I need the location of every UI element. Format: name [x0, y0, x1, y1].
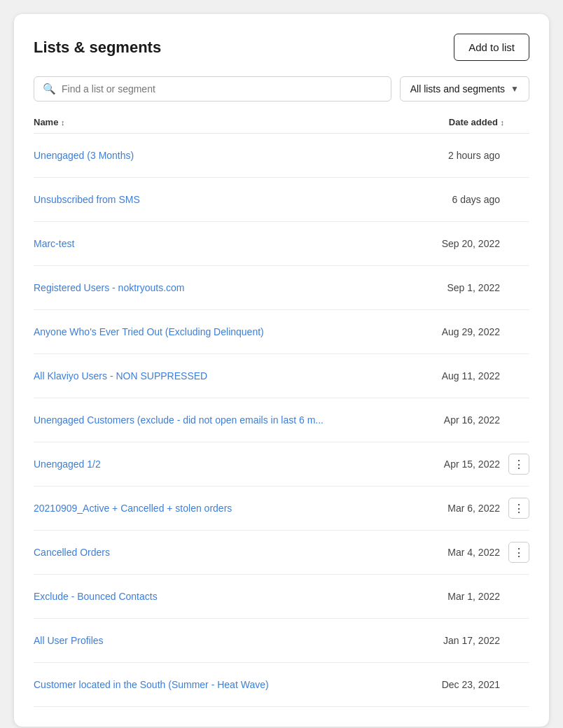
page-header: Lists & segments Add to list — [34, 34, 529, 61]
row-date: 2 hours ago — [448, 150, 500, 161]
table-body: Unengaged (3 Months)2 hours agoUnsubscri… — [34, 134, 529, 707]
row-right: Aug 11, 2022 — [403, 365, 529, 386]
table-row: All Klaviyo Users - NON SUPPRESSEDAug 11… — [34, 354, 529, 398]
table-header: Name ↕ Date added ↕ — [34, 114, 529, 134]
filter-dropdown[interactable]: All lists and segments ▼ — [400, 76, 529, 102]
row-date: Aug 11, 2022 — [442, 370, 500, 382]
name-sort-icon: ↕ — [61, 118, 65, 127]
table-row: Registered Users - noktryouts.comSep 1, … — [34, 266, 529, 310]
table-row: All User ProfilesJan 17, 2022 — [34, 619, 529, 663]
row-date: Sep 1, 2022 — [447, 282, 500, 293]
more-placeholder — [508, 365, 529, 386]
row-right: Jan 17, 2022 — [403, 630, 529, 651]
more-placeholder — [508, 586, 529, 607]
row-name-link[interactable]: Registered Users - noktryouts.com — [34, 282, 185, 293]
filter-label: All lists and segments — [410, 83, 505, 94]
col-date-header: Date added ↕ — [449, 117, 504, 127]
date-sort-icon: ↕ — [501, 118, 505, 127]
row-right: Sep 1, 2022 — [403, 277, 529, 298]
more-placeholder — [508, 277, 529, 298]
more-placeholder — [508, 630, 529, 651]
row-name-link[interactable]: Unengaged Customers (exclude - did not o… — [34, 414, 324, 426]
lists-segments-card: Lists & segments Add to list 🔍 All lists… — [14, 14, 549, 727]
row-right: Sep 20, 2022 — [403, 233, 529, 254]
search-input[interactable] — [62, 83, 382, 94]
row-date: Mar 6, 2022 — [447, 503, 500, 514]
row-date: Mar 1, 2022 — [447, 591, 500, 602]
more-options-button[interactable]: ⋮ — [508, 454, 529, 475]
table-row: Unengaged 1/2Apr 15, 2022⋮ — [34, 442, 529, 486]
row-date: Aug 29, 2022 — [442, 326, 500, 337]
row-name-link[interactable]: Exclude - Bounced Contacts — [34, 591, 158, 602]
row-right: Mar 1, 2022 — [403, 586, 529, 607]
add-to-list-button[interactable]: Add to list — [454, 34, 529, 61]
row-right: Mar 6, 2022⋮ — [403, 498, 529, 519]
more-placeholder — [508, 145, 529, 166]
row-name-link[interactable]: Marc-test — [34, 238, 74, 249]
table-row: Exclude - Bounced ContactsMar 1, 2022 — [34, 575, 529, 619]
table-row: Marc-testSep 20, 2022 — [34, 222, 529, 266]
row-right: Aug 29, 2022 — [403, 321, 529, 342]
more-placeholder — [508, 410, 529, 430]
row-right: Apr 16, 2022 — [403, 410, 529, 430]
table-row: Cancelled OrdersMar 4, 2022⋮ — [34, 531, 529, 575]
table-row: Unengaged (3 Months)2 hours ago — [34, 134, 529, 178]
row-date: Dec 23, 2021 — [442, 679, 500, 690]
row-date: Apr 16, 2022 — [444, 414, 500, 426]
row-right: 2 hours ago — [403, 145, 529, 166]
chevron-down-icon: ▼ — [510, 84, 519, 94]
more-options-button[interactable]: ⋮ — [508, 542, 529, 563]
row-date: 6 days ago — [452, 194, 501, 205]
row-right: Dec 23, 2021 — [403, 674, 529, 695]
more-placeholder — [508, 321, 529, 342]
row-name-link[interactable]: Customer located in the South (Summer - … — [34, 679, 269, 690]
more-placeholder — [508, 674, 529, 695]
row-name-link[interactable]: Unengaged (3 Months) — [34, 150, 134, 161]
row-right: Mar 4, 2022⋮ — [403, 542, 529, 563]
search-box: 🔍 — [34, 76, 391, 102]
row-date: Jan 17, 2022 — [443, 635, 500, 646]
row-date: Mar 4, 2022 — [447, 547, 500, 558]
row-date: Sep 20, 2022 — [442, 238, 500, 249]
col-name-header: Name ↕ — [34, 117, 65, 127]
search-icon: 🔍 — [43, 83, 56, 95]
table-row: Unsubscribed from SMS6 days ago — [34, 178, 529, 222]
table-row: Customer located in the South (Summer - … — [34, 663, 529, 707]
more-placeholder — [508, 189, 529, 210]
row-name-link[interactable]: Unengaged 1/2 — [34, 458, 101, 470]
page-title: Lists & segments — [34, 38, 161, 57]
row-name-link[interactable]: Anyone Who's Ever Tried Out (Excluding D… — [34, 326, 264, 337]
row-name-link[interactable]: Unsubscribed from SMS — [34, 194, 140, 205]
row-name-link[interactable]: All User Profiles — [34, 635, 104, 646]
table-row: 20210909_Active + Cancelled + stolen ord… — [34, 486, 529, 531]
row-right: Apr 15, 2022⋮ — [403, 454, 529, 475]
more-placeholder — [508, 233, 529, 254]
row-right: 6 days ago — [403, 189, 529, 210]
table-row: Unengaged Customers (exclude - did not o… — [34, 398, 529, 442]
more-options-button[interactable]: ⋮ — [508, 498, 529, 519]
table-row: Anyone Who's Ever Tried Out (Excluding D… — [34, 310, 529, 354]
row-name-link[interactable]: All Klaviyo Users - NON SUPPRESSED — [34, 370, 207, 382]
row-name-link[interactable]: 20210909_Active + Cancelled + stolen ord… — [34, 503, 232, 514]
toolbar: 🔍 All lists and segments ▼ — [34, 76, 529, 102]
row-name-link[interactable]: Cancelled Orders — [34, 547, 110, 558]
row-date: Apr 15, 2022 — [444, 458, 500, 470]
